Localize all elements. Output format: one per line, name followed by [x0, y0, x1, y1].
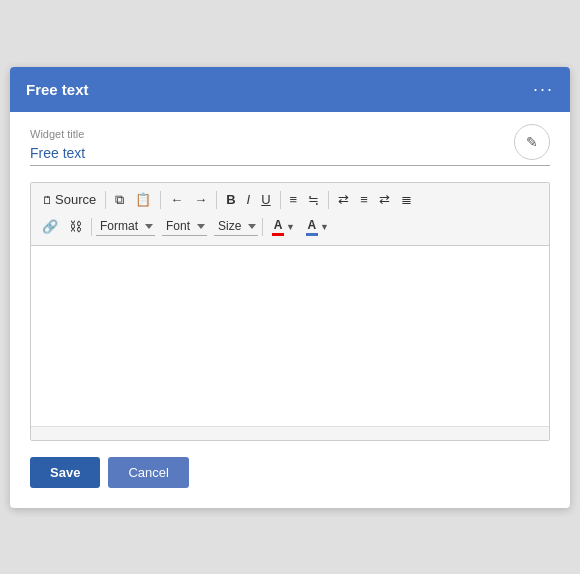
align-left-icon: ⇄: [338, 192, 349, 207]
bold-button[interactable]: B: [221, 189, 240, 210]
undo-button[interactable]: ←: [165, 189, 188, 210]
edit-button[interactable]: ✎: [514, 124, 550, 160]
copy-icon: ⧉: [115, 192, 124, 208]
separator-1: [105, 191, 106, 209]
paste-button[interactable]: 📋: [130, 189, 156, 210]
unordered-list-icon: ≒: [308, 192, 319, 207]
underline-button[interactable]: U: [256, 189, 275, 210]
source-label: Source: [55, 192, 96, 207]
redo-icon: →: [194, 192, 207, 207]
paste-icon: 📋: [135, 192, 151, 207]
save-button[interactable]: Save: [30, 457, 100, 488]
italic-button[interactable]: I: [242, 189, 256, 210]
widget-panel: Free text ··· Widget title ✎ 🗒 Source ⧉: [10, 67, 570, 508]
align-center-icon: ≡: [360, 192, 368, 207]
ordered-list-button[interactable]: ≡: [285, 189, 303, 210]
editor-wrapper: 🗒 Source ⧉ 📋 ← →: [30, 182, 550, 441]
widget-body: Widget title ✎ 🗒 Source ⧉ 📋: [10, 112, 570, 508]
bg-color-button[interactable]: A ▼: [301, 215, 334, 239]
cancel-button[interactable]: Cancel: [108, 457, 188, 488]
justify-icon: ≣: [401, 192, 412, 207]
toolbar-row-2: 🔗 ⛓ Format Font Size: [37, 213, 543, 241]
header-menu-button[interactable]: ···: [533, 79, 554, 100]
footer-buttons: Save Cancel: [30, 457, 550, 488]
edit-icon: ✎: [526, 134, 538, 150]
widget-title-input[interactable]: [30, 145, 550, 166]
separator-2: [160, 191, 161, 209]
widget-header: Free text ···: [10, 67, 570, 112]
bg-color-chevron: ▼: [320, 222, 329, 232]
font-color-icon: A: [272, 218, 284, 236]
widget-header-title: Free text: [26, 81, 89, 98]
align-center-button[interactable]: ≡: [355, 189, 373, 210]
link-icon: 🔗: [42, 219, 58, 234]
font-select[interactable]: Font: [162, 217, 207, 236]
editor-content[interactable]: [31, 246, 549, 426]
link-button[interactable]: 🔗: [37, 216, 63, 237]
font-color-chevron: ▼: [286, 222, 295, 232]
redo-button[interactable]: →: [189, 189, 212, 210]
font-color-button[interactable]: A ▼: [267, 215, 300, 239]
align-right-button[interactable]: ⇄: [374, 189, 395, 210]
unordered-list-button[interactable]: ≒: [303, 189, 324, 210]
unlink-button[interactable]: ⛓: [64, 216, 87, 237]
toolbar: 🗒 Source ⧉ 📋 ← →: [31, 183, 549, 246]
justify-button[interactable]: ≣: [396, 189, 417, 210]
source-doc-icon: 🗒: [42, 194, 53, 206]
toolbar-row-1: 🗒 Source ⧉ 📋 ← →: [37, 187, 543, 213]
copy-button[interactable]: ⧉: [110, 189, 129, 211]
ordered-list-icon: ≡: [290, 192, 298, 207]
separator-7: [262, 218, 263, 236]
editor-statusbar: [31, 426, 549, 440]
align-right-icon: ⇄: [379, 192, 390, 207]
size-select[interactable]: Size: [214, 217, 258, 236]
bg-color-icon: A: [306, 218, 318, 236]
source-button[interactable]: 🗒 Source: [37, 189, 101, 210]
unlink-icon: ⛓: [69, 219, 82, 234]
separator-3: [216, 191, 217, 209]
widget-title-label: Widget title: [30, 128, 550, 140]
undo-icon: ←: [170, 192, 183, 207]
align-left-button[interactable]: ⇄: [333, 189, 354, 210]
separator-5: [328, 191, 329, 209]
separator-6: [91, 218, 92, 236]
format-select[interactable]: Format: [96, 217, 155, 236]
separator-4: [280, 191, 281, 209]
